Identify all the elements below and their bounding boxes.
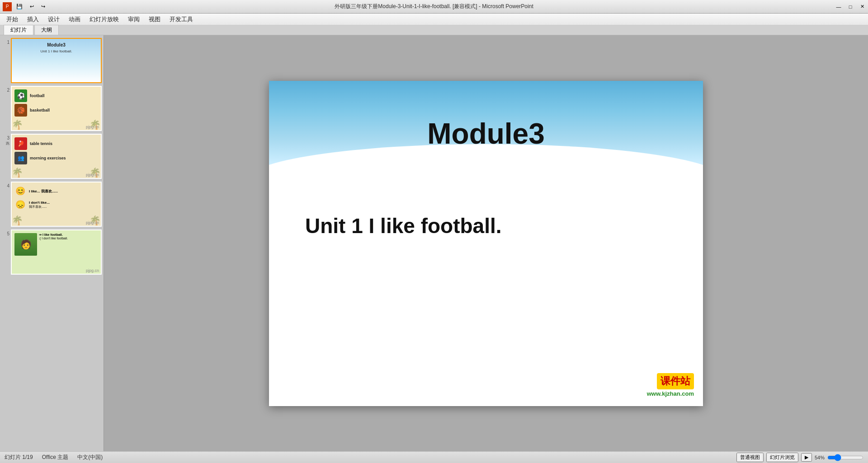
slide-preview-1[interactable]: Module3 Unit 1 I like football. bbox=[11, 38, 102, 83]
slide1-subtitle: Unit 1 I like football. bbox=[15, 49, 97, 53]
zoom-slider[interactable] bbox=[827, 454, 863, 461]
status-bar: 幻灯片 1/19 Office 主题 中文(中国) 普通视图 幻灯片浏览 ▶ 5… bbox=[0, 451, 868, 463]
palm-left-3: 🌴 bbox=[12, 167, 23, 178]
slide-thumb-5[interactable]: 5 🧑 ⇒ I like football. :( I don't like f… bbox=[2, 229, 102, 275]
slide-number-5: 5 bbox=[2, 229, 11, 275]
slide-preview-2[interactable]: ⚽ football 🏀 basketball 🌴 🌴 pjpg.cn bbox=[11, 86, 102, 131]
slide5-text: ⇒ I like football. :( I don't like footb… bbox=[39, 233, 68, 271]
menu-insert[interactable]: 插入 bbox=[23, 14, 43, 25]
menu-start[interactable]: 开始 bbox=[2, 14, 23, 25]
zoom-level: 54% bbox=[815, 455, 825, 460]
sad-face: 😞 bbox=[14, 199, 26, 210]
slide-thumb-2[interactable]: 2 ⚽ football 🏀 basketball 🌴 🌴 pjpg.cn bbox=[2, 86, 102, 131]
window-controls: — □ ✕ bbox=[833, 2, 868, 11]
app-icon: P bbox=[3, 2, 12, 11]
maximize-button[interactable]: □ bbox=[844, 2, 856, 11]
slide-thumb-1[interactable]: 1 Module3 Unit 1 I like football. bbox=[2, 38, 102, 83]
slide4-like-item: 😊 I like... 我喜欢...... bbox=[14, 185, 98, 197]
slide2-football-item: ⚽ football bbox=[14, 89, 98, 102]
title-bar-left: P 💾 ↩ ↪ bbox=[0, 2, 48, 11]
basketball-label: basketball bbox=[30, 108, 50, 112]
main-area: 1 Module3 Unit 1 I like football. 2 ⚽ fo… bbox=[0, 35, 868, 451]
football-icon: ⚽ bbox=[14, 89, 27, 102]
slide-number-4: 4 bbox=[2, 182, 11, 227]
slide-content: Module3 Unit 1 I like football. bbox=[269, 81, 703, 406]
watermark: 课件站 www.kjzhan.com bbox=[647, 373, 694, 397]
like-label-en: I like... 我喜欢...... bbox=[29, 189, 58, 194]
language-info: 中文(中国) bbox=[77, 454, 103, 461]
slide-preview-3[interactable]: 🏓 table tennis 👥 morning exercises 🌴 🌴 p… bbox=[11, 134, 102, 179]
kjzhan-badge-2: pjpg.cn bbox=[86, 125, 99, 129]
palm-left: 🌴 bbox=[12, 119, 23, 130]
menu-design[interactable]: 设计 bbox=[43, 14, 64, 25]
watermark-bottom: www.kjzhan.com bbox=[647, 390, 694, 397]
slide5-image: 🧑 bbox=[14, 233, 37, 256]
slide-number-3: 3跑 bbox=[2, 134, 11, 179]
theme-info: Office 主题 bbox=[42, 454, 68, 461]
tab-outline[interactable]: 大纲 bbox=[34, 25, 59, 35]
canvas-area: Module3 Unit 1 I like football. 课件站 www.… bbox=[104, 35, 868, 451]
slide-subtitle: Unit 1 I like football. bbox=[296, 214, 676, 238]
happy-face: 😊 bbox=[14, 185, 26, 197]
slide-number-2: 2 bbox=[2, 86, 11, 131]
dontlike-label-en: I don't like... bbox=[29, 201, 50, 205]
palm-left-4: 🌴 bbox=[12, 215, 23, 226]
menu-review[interactable]: 审阅 bbox=[123, 14, 144, 25]
menu-animation[interactable]: 动画 bbox=[64, 14, 85, 25]
slide-number-1: 1 bbox=[2, 38, 11, 83]
slide3-exercises-item: 👥 morning exercises bbox=[14, 152, 98, 164]
normal-view-button[interactable]: 普通视图 bbox=[736, 453, 764, 462]
slide-count: 幻灯片 1/19 bbox=[5, 454, 33, 461]
slide4-dontlike-item: 😞 I don't like... 我不喜欢...... bbox=[14, 199, 98, 210]
slide-main-title: Module3 bbox=[296, 117, 676, 150]
slide-sorter-button[interactable]: 幻灯片浏览 bbox=[766, 453, 798, 462]
slide-preview-4[interactable]: 😊 I like... 我喜欢...... 😞 I don't like... … bbox=[11, 182, 102, 227]
slide2-basketball-item: 🏀 basketball bbox=[14, 104, 98, 117]
exercises-label: morning exercises bbox=[30, 156, 66, 160]
quick-undo-button[interactable]: ↩ bbox=[27, 2, 37, 11]
slide1-title: Module3 bbox=[15, 42, 97, 47]
quick-redo-button[interactable]: ↪ bbox=[38, 2, 48, 11]
slide-canvas[interactable]: Module3 Unit 1 I like football. 课件站 www.… bbox=[269, 81, 703, 406]
slide-thumb-3[interactable]: 3跑 🏓 table tennis 👥 morning exercises 🌴 … bbox=[2, 134, 102, 179]
menu-view[interactable]: 视图 bbox=[144, 14, 165, 25]
football-label: football bbox=[30, 94, 45, 98]
menu-slideshow[interactable]: 幻灯片放映 bbox=[85, 14, 123, 25]
slideshow-button[interactable]: ▶ bbox=[801, 453, 812, 462]
panel-tabs: 幻灯片 大纲 bbox=[0, 25, 868, 35]
title-bar: P 💾 ↩ ↪ 外研版三年级下册Module-3-Unit-1-I-like-f… bbox=[0, 0, 868, 14]
close-button[interactable]: ✕ bbox=[856, 2, 868, 11]
slide-preview-5[interactable]: 🧑 ⇒ I like football. :( I don't like foo… bbox=[11, 229, 102, 275]
slide-panel[interactable]: 1 Module3 Unit 1 I like football. 2 ⚽ fo… bbox=[0, 35, 104, 451]
slide-thumb-4[interactable]: 4 😊 I like... 我喜欢...... 😞 I don't like..… bbox=[2, 182, 102, 227]
tab-slides[interactable]: 幻灯片 bbox=[4, 25, 33, 35]
menu-bar: 开始 插入 设计 动画 幻灯片放映 审阅 视图 开发工具 bbox=[0, 14, 868, 25]
dontlike-label-cn: 我不喜欢...... bbox=[29, 205, 50, 209]
slide3-tennis-item: 🏓 table tennis bbox=[14, 137, 98, 150]
watermark-top: 课件站 bbox=[657, 373, 694, 389]
window-title: 外研版三年级下册Module-3-Unit-1-I-like-football.… bbox=[335, 3, 533, 10]
minimize-button[interactable]: — bbox=[833, 2, 844, 11]
tennis-label: table tennis bbox=[30, 141, 52, 146]
tennis-icon: 🏓 bbox=[14, 137, 27, 150]
kjzhan-badge-4: pjpg.cn bbox=[86, 220, 99, 225]
kjzhan-badge-5: pjpg.cn bbox=[86, 268, 99, 273]
exercises-icon: 👥 bbox=[14, 152, 27, 164]
kjzhan-badge-3: pjpg.cn bbox=[86, 173, 99, 177]
quick-save-button[interactable]: 💾 bbox=[14, 2, 25, 11]
basketball-icon: 🏀 bbox=[14, 104, 27, 117]
menu-dev[interactable]: 开发工具 bbox=[165, 14, 198, 25]
